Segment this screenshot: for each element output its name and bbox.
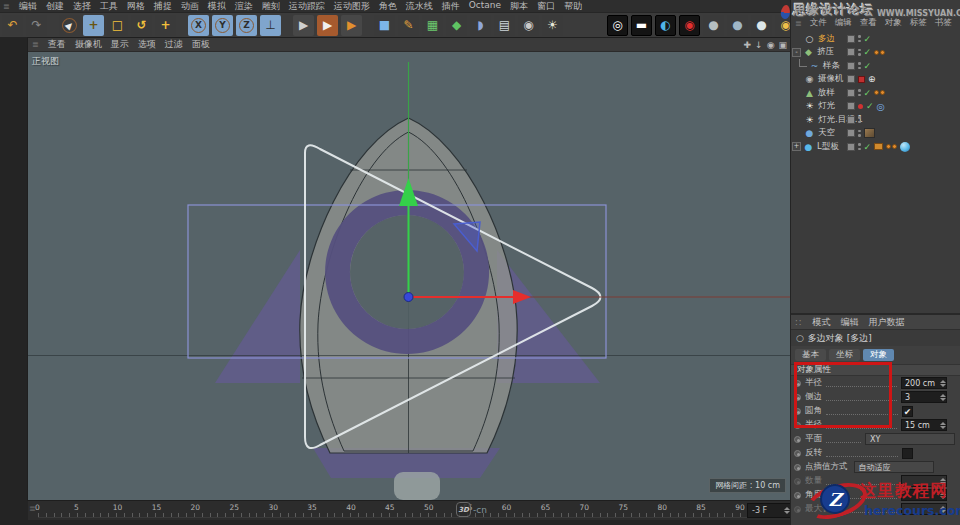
pan-viewport-icon[interactable]: ✚ (744, 40, 752, 50)
timeline[interactable]: ≣ 051015202530354045505560657075808590 3… (28, 500, 790, 520)
attribute-tab-用户数据[interactable]: 用户数据 (868, 316, 904, 329)
menu-item-选择[interactable]: 选择 (73, 0, 91, 13)
menu-item-动画[interactable]: 动画 (181, 0, 199, 13)
material-diffuse-icon[interactable]: ● (703, 15, 724, 36)
object-row-灯光[interactable]: ☀灯光✓◎ (791, 100, 960, 114)
visibility-dots[interactable] (858, 35, 861, 42)
animation-dot-icon[interactable] (794, 506, 801, 513)
viewport-menu-查看[interactable]: 查看 (48, 38, 66, 51)
object-label[interactable]: L型板 (817, 141, 839, 153)
compositing-tag[interactable] (874, 143, 883, 150)
floor-environment-icon[interactable]: ▤ (494, 15, 515, 36)
viewport[interactable]: ≣ 查看摄像机显示选项过滤面板 ✚↓◉▣ (28, 38, 790, 500)
value-stepper-icon[interactable] (939, 392, 946, 402)
expander-icon[interactable]: + (792, 142, 801, 151)
animation-dot-icon[interactable] (794, 464, 801, 471)
object-row-天空[interactable]: ●天空 (791, 127, 960, 141)
menu-item-运动图形[interactable]: 运动图形 (334, 0, 370, 13)
timeline-ruler[interactable] (38, 513, 774, 518)
texture-tag[interactable] (864, 128, 875, 138)
octane-exposure-icon[interactable]: ▬ (631, 15, 652, 36)
menu-item-插件[interactable]: 插件 (442, 0, 460, 13)
layer-tag[interactable] (847, 75, 855, 83)
render-settings-icon[interactable]: ▶ (341, 15, 362, 36)
viewport-menu-面板[interactable]: 面板 (192, 38, 210, 51)
menu-item-捕捉[interactable]: 捕捉 (154, 0, 172, 13)
object-label[interactable]: 挤压 (817, 46, 834, 58)
attribute-subtab-基本[interactable]: 基本 (795, 349, 826, 361)
octane-liveviewer-icon[interactable]: ◎ (607, 15, 628, 36)
metaball-icon[interactable]: ◗ (470, 15, 491, 36)
rotate-tool-icon[interactable]: ↺ (131, 15, 152, 36)
spline-pen-icon[interactable]: ✎ (398, 15, 419, 36)
tag-pair[interactable] (874, 50, 885, 55)
menu-item-角色[interactable]: 角色 (379, 0, 397, 13)
x-axis-lock-icon[interactable]: X (188, 15, 209, 36)
light-icon[interactable]: ☀ (542, 15, 563, 36)
value-stepper-icon[interactable] (939, 420, 946, 430)
target-tag[interactable]: ◎ (877, 101, 885, 112)
animation-dot-icon[interactable] (794, 380, 801, 387)
attribute-value-field[interactable]: 15 cm (901, 419, 947, 431)
octane-camera-icon[interactable]: ◉ (679, 15, 700, 36)
layer-tag[interactable] (847, 129, 855, 137)
attribute-value-field[interactable]: 200 cm (901, 377, 947, 389)
current-frame-field[interactable]: -3 F (747, 503, 791, 518)
expander-icon[interactable]: - (792, 48, 801, 57)
menu-item-窗口[interactable]: 窗口 (537, 0, 555, 13)
menu-item-模拟[interactable]: 模拟 (208, 0, 226, 13)
visibility-dots[interactable] (858, 130, 861, 137)
scale-tool-icon[interactable]: □ (107, 15, 128, 36)
array-generator-icon[interactable]: ◆ (446, 15, 467, 36)
camera-crosshair-tag[interactable]: ⊕ (868, 74, 876, 84)
menu-item-创建[interactable]: 创建 (46, 0, 64, 13)
visibility-red-dot[interactable] (858, 104, 863, 109)
menu-item-编辑[interactable]: 编辑 (19, 0, 37, 13)
attribute-dropdown[interactable]: XY (865, 433, 955, 445)
viewport-menu-过滤[interactable]: 过滤 (165, 38, 183, 51)
object-label[interactable]: 样条 (823, 60, 840, 72)
enabled-check-tag[interactable]: ✓ (864, 61, 872, 71)
animation-dot-icon[interactable] (794, 422, 801, 429)
attribute-tab-模式[interactable]: 模式 (812, 316, 830, 329)
material-tag[interactable] (900, 142, 910, 152)
enabled-check-tag[interactable]: ✓ (864, 88, 872, 98)
menu-item-流水线[interactable]: 流水线 (406, 0, 433, 13)
viewport-menu-显示[interactable]: 显示 (111, 38, 129, 51)
attribute-checkbox[interactable]: ✔ (902, 406, 913, 417)
redo-icon[interactable]: ↷ (26, 15, 47, 36)
z-axis-lock-icon[interactable]: Z (236, 15, 257, 36)
coordinate-system-icon[interactable]: ⊥ (260, 15, 281, 36)
layer-tag[interactable] (847, 143, 855, 151)
octane-kernel-icon[interactable]: ◐ (655, 15, 676, 36)
material-specular-icon[interactable]: ● (751, 15, 772, 36)
zoom-viewport-icon[interactable]: ↓ (755, 40, 763, 50)
camera-icon[interactable]: ◉ (518, 15, 539, 36)
enabled-check-tag[interactable]: ✓ (864, 47, 872, 57)
menu-item-雕刻[interactable]: 雕刻 (262, 0, 280, 13)
layer-tag[interactable] (847, 48, 855, 56)
menu-item-脚本[interactable]: 脚本 (510, 0, 528, 13)
object-row-多边[interactable]: ○多边✓ (791, 32, 960, 46)
enabled-check-tag[interactable]: ✓ (864, 142, 872, 152)
animation-dot-icon[interactable] (794, 478, 801, 485)
viewport-menu-选项[interactable]: 选项 (138, 38, 156, 51)
object-row-挤压[interactable]: -◆挤压✓ (791, 46, 960, 60)
object-label[interactable]: 放样 (818, 87, 835, 99)
attribute-dropdown[interactable]: 自动适应 (854, 461, 934, 473)
visibility-dots[interactable] (858, 116, 861, 123)
menu-item-运动跟踪[interactable]: 运动跟踪 (289, 0, 325, 13)
object-row-样条[interactable]: ~样条✓ (791, 59, 960, 73)
attribute-value-field[interactable]: 3 (901, 391, 947, 403)
object-label[interactable]: 天空 (818, 127, 835, 139)
object-row-灯光.目标.1[interactable]: ☀灯光.目标.1 (791, 113, 960, 127)
menu-item-帮助[interactable]: 帮助 (564, 0, 582, 13)
layer-tag[interactable] (847, 89, 855, 97)
animation-dot-icon[interactable] (794, 436, 801, 443)
attribute-tab-编辑[interactable]: 编辑 (840, 316, 858, 329)
object-label[interactable]: 摄像机 (818, 73, 844, 85)
viewport-menu-摄像机[interactable]: 摄像机 (75, 38, 102, 51)
layer-tag[interactable] (847, 62, 855, 70)
maximize-viewport-icon[interactable]: ▣ (778, 40, 787, 50)
layer-tag[interactable] (847, 116, 855, 124)
